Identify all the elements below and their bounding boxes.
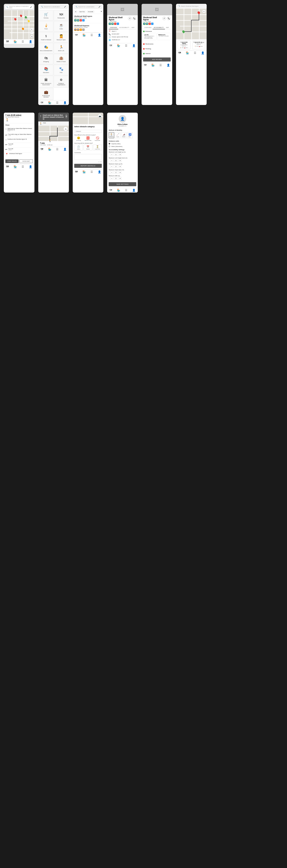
category-cafes[interactable]: ☕ Cafes	[54, 21, 69, 32]
map-pin[interactable]	[27, 20, 30, 23]
slope-up-plus[interactable]: +	[119, 165, 122, 168]
nav-profile[interactable]: 👤	[132, 44, 136, 47]
nav-list[interactable]: ☰	[91, 33, 93, 37]
nav-profile[interactable]: 👤	[29, 165, 32, 168]
show-map-btn[interactable]: SHOW MAP	[19, 159, 33, 163]
camera-btn[interactable]: 📷	[98, 114, 102, 118]
route-option-1[interactable]: 7 min (0.28 miles) via Sderot Ben Maimon…	[178, 41, 190, 49]
map-pin[interactable]	[14, 18, 17, 21]
curb-down-plus[interactable]: +	[119, 159, 122, 162]
share-btn[interactable]: ↗	[128, 17, 132, 20]
nav-profile[interactable]: 👤	[132, 189, 136, 192]
result-item-2[interactable]: Shufersal Express Amos Harevot, 4 miles …	[73, 23, 103, 33]
nav-places[interactable]: 🏪	[151, 64, 154, 67]
nav-places[interactable]: 🏪	[13, 165, 17, 168]
tbt-walk-icon[interactable]: 🚶	[39, 122, 42, 125]
nav-list[interactable]: ☰	[194, 51, 196, 54]
route-map-canvas[interactable]: +	[176, 9, 207, 39]
nav-list[interactable]: ☰	[159, 64, 162, 67]
min-width-minus[interactable]: −	[110, 177, 113, 180]
curb-up-minus[interactable]: −	[110, 153, 113, 156]
call-btn[interactable]: 📞	[133, 17, 136, 20]
filter-all[interactable]: All	[74, 10, 77, 13]
nav-profile[interactable]: 👤	[63, 148, 67, 151]
call-btn-2[interactable]: 📞	[167, 17, 171, 20]
min-width-plus[interactable]: +	[119, 177, 122, 180]
save-settings-btn[interactable]: SAVE SETTINGS	[109, 182, 136, 186]
diff-needed-help[interactable]: 🆘 Needed Help	[84, 136, 92, 141]
tab-accessibility-2[interactable]: ACCESSIBILITY	[153, 26, 165, 29]
category-arts[interactable]: 🎭 Arts & Entertainment	[39, 43, 53, 54]
mobility-walker[interactable]: 🦽 Walker	[121, 132, 127, 138]
nav-profile[interactable]: 👤	[98, 170, 101, 174]
comments-input[interactable]	[74, 154, 102, 160]
category-health[interactable]: ⚕ Health & Medical	[39, 32, 53, 42]
nav-list[interactable]: ☰	[56, 148, 59, 151]
nav-map[interactable]: 🗺	[109, 189, 112, 192]
filter-open[interactable]: Open Now	[78, 10, 86, 13]
add-review-btn[interactable]: ADD REVIEW	[143, 58, 171, 61]
nav-map[interactable]: 🗺	[75, 33, 78, 37]
route-option-2[interactable]: 7 min (0.31 mi...) via Sderot Ben Maimon…	[192, 41, 205, 49]
category-shopping[interactable]: 🛍 Shopping	[39, 54, 53, 64]
nav-profile[interactable]: 👤	[63, 101, 67, 104]
nav-list[interactable]: ☰	[22, 40, 24, 43]
tab-accessibility[interactable]: ACCESSIBILITY	[118, 26, 131, 29]
category-input[interactable]	[74, 130, 102, 133]
nav-map[interactable]: 🗺	[6, 165, 9, 168]
nav-profile[interactable]: 👤	[98, 33, 101, 37]
nav-list[interactable]: ☰	[125, 189, 128, 192]
category-pets[interactable]: 🐾 Pets	[54, 65, 69, 75]
nav-places[interactable]: 🏪	[117, 44, 120, 47]
tab-map[interactable]: MAP	[131, 26, 136, 29]
nav-places[interactable]: 🏪	[186, 51, 189, 54]
tab-map-2[interactable]: MAP	[165, 26, 170, 29]
nav-list[interactable]: ☰	[125, 44, 128, 47]
info-phone[interactable]: 📞 02-623-2947	[109, 33, 136, 35]
nav-list[interactable]: ☰	[91, 170, 93, 174]
curb-up-plus[interactable]: +	[119, 153, 122, 156]
nav-map[interactable]: 🗺	[75, 170, 78, 174]
nav-places[interactable]: 🏪	[117, 189, 120, 192]
nav-map[interactable]: 🗺	[144, 64, 147, 67]
filter-accessible[interactable]: Accessible	[87, 10, 95, 13]
category-hotels[interactable]: 🏨 Hotels & Travel	[54, 54, 69, 64]
nav-profile[interactable]: 👤	[167, 64, 170, 67]
nav-map[interactable]: 🗺	[109, 44, 112, 47]
route-search-field[interactable]: 🔍 Search Shufersal Shell Agron	[177, 5, 206, 8]
result-item-1[interactable]: Shufersal Shell Agron Agron Street, 7 mi…	[73, 14, 103, 23]
category-education[interactable]: 📚 Education	[39, 65, 53, 75]
obstacle-report-btn[interactable]: ⚠	[64, 127, 68, 131]
nav-profile[interactable]: 👤	[201, 51, 204, 54]
category-beauty[interactable]: 💆 Beauty & Spas	[54, 32, 69, 42]
report-obstacle-btn[interactable]: REPORT OBSTACLE	[74, 164, 102, 168]
nav-profile[interactable]: 👤	[29, 40, 32, 43]
map-pin[interactable]	[22, 27, 25, 30]
imperial-option[interactable]: Imperial (miles)	[107, 142, 138, 145]
location-btn[interactable]: ◎	[30, 35, 33, 38]
dur-weeks[interactable]: 📅 Weeks	[84, 145, 92, 150]
mobility-walking[interactable]: 🚶 Walking	[109, 132, 114, 138]
nav-map[interactable]: 🗺	[41, 148, 43, 151]
tab-overview[interactable]: OVERVIEW	[109, 26, 118, 29]
imperial-radio[interactable]	[109, 143, 110, 145]
diff-annoying[interactable]: 😐 Annoying	[74, 136, 83, 141]
metric-radio[interactable]	[109, 146, 110, 147]
nav-places[interactable]: 🏪	[48, 148, 51, 151]
zoom-out-btn[interactable]: −	[30, 31, 33, 34]
metric-option[interactable]: Metric (kilometres)	[107, 145, 138, 148]
tbt-close-btn[interactable]: ✕	[65, 114, 67, 118]
mobility-cane[interactable]: 🦯 Cane	[115, 132, 120, 138]
nav-places[interactable]: 🏪	[82, 33, 86, 37]
zoom-in-btn[interactable]: +	[203, 10, 206, 13]
category-professional[interactable]: 💼 Professional Services	[39, 88, 53, 100]
category-religious[interactable]: ✡ Religious Organizations	[54, 76, 69, 88]
close-icon[interactable]: ✕	[101, 10, 102, 13]
diff-impossible[interactable]: 🚫 Impossible	[93, 136, 102, 141]
info-website[interactable]: 🌐 shufersal.co.il	[109, 39, 136, 41]
category-food[interactable]: 🍦 Food	[39, 21, 53, 32]
curb-down-minus[interactable]: −	[110, 159, 113, 162]
slope-up-minus[interactable]: −	[110, 165, 113, 168]
category-public-services[interactable]: 🏛 Public Services & Government	[39, 76, 53, 88]
slope-down-minus[interactable]: −	[110, 171, 113, 174]
